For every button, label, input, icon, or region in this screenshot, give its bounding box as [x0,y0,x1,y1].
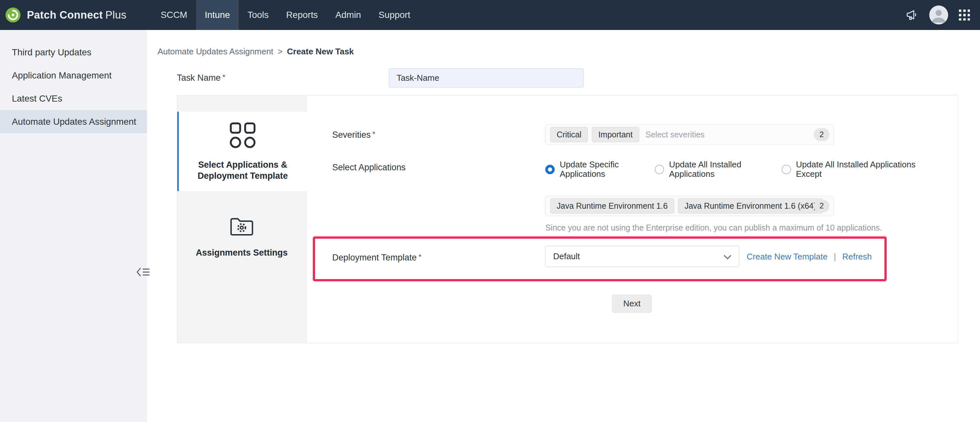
nav-tab-sccm[interactable]: SCCM [152,0,196,30]
step-title-select-applications: Select Applications & Deployment Templat… [189,159,296,182]
nav-tab-support[interactable]: Support [370,0,419,30]
severity-chip-important: Important [592,127,639,142]
radio-selected-icon [545,165,555,174]
sidebar-item-latest-cves[interactable]: Latest CVEs [0,87,147,110]
severities-label: Severities* [332,130,375,140]
breadcrumb: Automate Updates Assignment > Create New… [158,47,980,56]
required-mark: * [223,73,225,81]
create-new-template-link[interactable]: Create New Template [746,252,827,262]
next-button[interactable]: Next [612,295,652,313]
severities-count-badge: 2 [814,128,829,141]
brand: Patch ConnectPlus [0,7,147,23]
step-title-assignments-settings: Assignments Settings [188,247,296,258]
severities-label-text: Severities [332,130,371,140]
task-name-label: Task Name* [177,73,389,83]
chevron-left-lines-icon [136,267,150,277]
radio-label: Update All Installed Applications Except [796,160,936,179]
user-avatar[interactable] [929,6,948,24]
sidebar-item-application-management[interactable]: Application Management [0,64,147,87]
step-tab-select-applications[interactable]: Select Applications & Deployment Templat… [177,112,307,191]
severities-multiselect[interactable]: Critical Important Select severities 2 [545,125,834,145]
notifications-icon[interactable] [905,8,918,21]
applications-multiselect[interactable]: Java Runtime Environment 1.6 Java Runtim… [545,196,834,216]
task-name-input[interactable] [389,69,584,88]
radio-unselected-icon [782,165,791,174]
sidebar: Third party Updates Application Manageme… [0,30,147,422]
folder-gear-icon [230,216,254,239]
radio-unselected-icon [655,165,664,174]
applications-grid-icon [229,121,256,152]
radio-update-all-installed-applications-except[interactable]: Update All Installed Applications Except [782,160,936,179]
radio-update-specific-applications[interactable]: Update Specific Applications [545,160,626,179]
nav-tab-reports[interactable]: Reports [277,0,326,30]
sidebar-item-third-party-updates[interactable]: Third party Updates [0,41,147,64]
app-title-light: Plus [105,9,126,21]
step-content: Severities* Critical Important Select se… [307,95,957,342]
template-links: Create New Template | Refresh [746,252,872,262]
severity-chip-critical: Critical [550,127,588,142]
breadcrumb-parent[interactable]: Automate Updates Assignment [158,47,273,56]
step-tab-assignments-settings[interactable]: Assignments Settings [177,203,306,271]
nav-tab-intune[interactable]: Intune [196,0,239,30]
severities-placeholder: Select severities [646,130,705,139]
select-applications-options: Update Specific Applications Update All … [545,160,965,179]
required-mark: * [418,253,422,261]
sidebar-collapse-toggle[interactable] [136,267,150,277]
breadcrumb-separator: > [278,47,283,56]
select-applications-label: Select Applications [332,163,406,173]
breadcrumb-current: Create New Task [287,47,354,56]
required-mark: * [372,130,375,138]
nav-tab-tools[interactable]: Tools [239,0,277,30]
task-name-label-text: Task Name [177,73,221,83]
task-name-row: Task Name* [177,69,980,88]
app-title-bold: Patch Connect [27,9,103,21]
top-navbar: Patch ConnectPlus SCCM Intune Tools Repo… [0,0,980,30]
app-title: Patch ConnectPlus [27,9,126,21]
deployment-template-label: Deployment Template* [332,253,422,263]
nav-tab-admin[interactable]: Admin [326,0,370,30]
primary-nav: SCCM Intune Tools Reports Admin Support [147,0,419,30]
chevron-down-icon [724,250,731,262]
sidebar-item-automate-updates-assignment[interactable]: Automate Updates Assignment [0,110,147,133]
refresh-link[interactable]: Refresh [842,252,872,262]
deployment-template-select[interactable]: Default [545,246,739,267]
radio-label: Update All Installed Applications [669,160,753,179]
links-separator: | [834,252,836,262]
deployment-template-label-text: Deployment Template [332,253,417,262]
create-task-panel: Select Applications & Deployment Templat… [177,95,958,343]
wizard-steps: Select Applications & Deployment Templat… [177,95,307,342]
page: Patch ConnectPlus SCCM Intune Tools Repo… [0,0,980,422]
app-logo-icon [5,7,21,23]
radio-update-all-installed-applications[interactable]: Update All Installed Applications [655,160,753,179]
application-chip-jre16: Java Runtime Environment 1.6 [550,198,675,213]
application-chip-jre16-x64: Java Runtime Environment 1.6 (x64) [678,198,823,213]
radio-label: Update Specific Applications [560,160,626,179]
main-content: Automate Updates Assignment > Create New… [147,30,980,422]
apps-launcher-icon[interactable] [959,10,970,21]
navbar-actions [905,6,980,24]
enterprise-edition-note: Since you are not using the Enterprise e… [545,223,882,232]
deployment-template-value: Default [553,252,580,261]
applications-count-badge: 2 [814,200,829,213]
